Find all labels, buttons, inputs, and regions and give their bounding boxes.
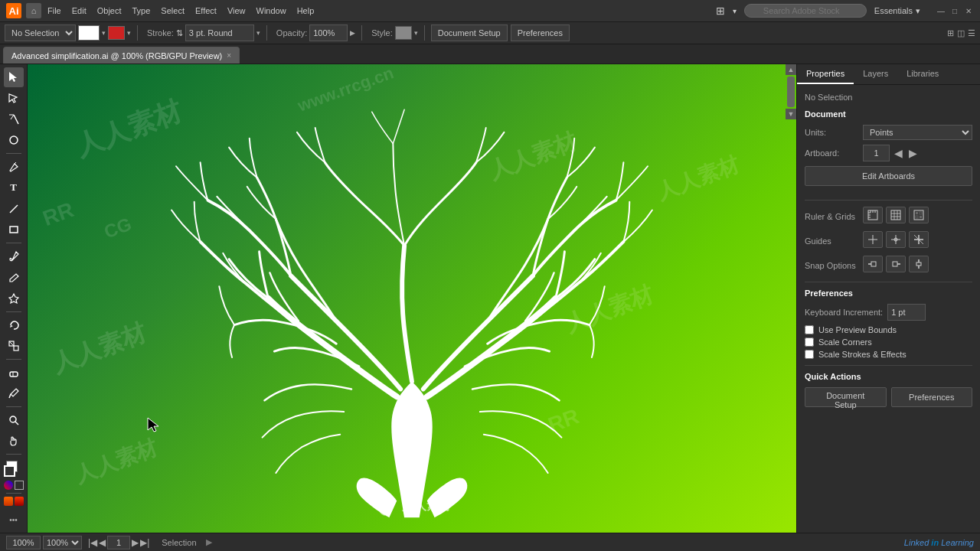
zoom-tool[interactable]	[4, 410, 24, 430]
opacity-arrow[interactable]: ▶	[350, 29, 355, 37]
next-artboard-btn[interactable]: ▶	[132, 537, 139, 548]
snap-icon-2[interactable]	[886, 256, 906, 272]
style-arrow[interactable]: ▾	[414, 29, 418, 37]
svg-line-2	[14, 115, 18, 124]
normal-mode-btn[interactable]	[4, 497, 13, 506]
zoom-input[interactable]	[6, 536, 41, 549]
none-btn[interactable]	[15, 481, 24, 490]
fill-color[interactable]	[78, 25, 100, 41]
tab-close-icon[interactable]: ×	[227, 51, 231, 60]
menu-file[interactable]: File	[47, 6, 61, 15]
titlebar: Ai ⌂ File Edit Object Type Select Effect…	[0, 0, 980, 21]
stroke-arrow[interactable]: ▾	[127, 29, 131, 37]
menu-object[interactable]: Object	[97, 6, 122, 15]
menu-edit[interactable]: Edit	[72, 6, 87, 15]
active-tab[interactable]: Advanced simplification.ai @ 100% (RGB/G…	[3, 47, 240, 64]
quick-preferences-btn[interactable]: Preferences	[891, 387, 973, 407]
menu-effect[interactable]: Effect	[195, 6, 217, 15]
eyedropper-tool[interactable]	[4, 383, 24, 403]
use-preview-bounds-checkbox[interactable]	[805, 325, 814, 334]
edit-artboards-btn[interactable]: Edit Artboards	[805, 166, 972, 186]
rect-tool[interactable]	[4, 220, 24, 240]
layers-tab[interactable]: Layers	[854, 64, 897, 84]
menu-help[interactable]: Help	[297, 6, 315, 15]
toggle-panels-icon[interactable]: ◫	[957, 28, 965, 38]
pencil-tool[interactable]	[4, 268, 24, 288]
guides-row: Guides	[805, 231, 972, 251]
direct-select-tool[interactable]	[4, 89, 24, 109]
artboard-prev-btn[interactable]: ◀	[893, 147, 904, 159]
lasso-tool[interactable]	[4, 131, 24, 151]
units-select[interactable]: Points	[863, 125, 972, 140]
more-tools-btn[interactable]: •••	[4, 510, 24, 530]
scale-tool[interactable]	[4, 336, 24, 356]
rulers-icon-btn[interactable]	[863, 207, 883, 223]
minimize-button[interactable]: —	[936, 5, 946, 16]
shaper-tool[interactable]	[4, 289, 24, 308]
bottom-logo: 人人素材	[373, 494, 451, 517]
artboard-input[interactable]	[863, 145, 890, 161]
arrange-icon[interactable]: ⊞	[947, 28, 954, 38]
artboard-next-btn[interactable]: ▶	[907, 147, 919, 159]
line-tool[interactable]	[4, 199, 24, 219]
maximize-button[interactable]: □	[949, 5, 960, 16]
opacity-input[interactable]	[309, 24, 348, 41]
properties-tab[interactable]: Properties	[797, 64, 854, 84]
first-artboard-btn[interactable]: |◀	[88, 537, 97, 548]
scroll-down[interactable]: ▼	[786, 109, 796, 119]
extension-icon[interactable]: ⊞	[716, 5, 725, 17]
stroke-color[interactable]	[108, 26, 125, 40]
snap-icon-1[interactable]	[863, 256, 883, 272]
guide-icon-2[interactable]	[886, 231, 906, 248]
magic-wand-tool[interactable]	[4, 109, 24, 129]
stroke-arrows[interactable]: ⇅	[176, 28, 183, 38]
style-swatch[interactable]	[395, 26, 412, 40]
color-btn[interactable]	[4, 481, 13, 490]
eraser-tool[interactable]	[4, 363, 24, 383]
menu-view[interactable]: View	[227, 6, 246, 15]
scroll-thumb[interactable]	[787, 77, 795, 107]
close-button[interactable]: ✕	[963, 5, 974, 16]
home-button[interactable]: ⌂	[26, 3, 41, 18]
use-preview-bounds-label[interactable]: Use Preview Bounds	[818, 325, 897, 334]
last-artboard-btn[interactable]: ▶|	[140, 537, 149, 548]
stroke-select-arrow[interactable]: ▾	[256, 29, 260, 37]
brush-tool[interactable]	[4, 246, 24, 266]
keyboard-increment-input[interactable]	[887, 304, 926, 321]
pixel-grid-icon-btn[interactable]	[909, 207, 929, 223]
extension-arrow[interactable]: ▾	[733, 7, 737, 15]
quick-document-setup-btn[interactable]: Document Setup	[805, 387, 887, 407]
menu-type[interactable]: Type	[132, 6, 151, 15]
type-tool[interactable]: T	[4, 178, 24, 198]
vertical-scrollbar[interactable]: ▲ ▼	[786, 64, 796, 119]
rotate-tool[interactable]	[4, 315, 24, 335]
scale-corners-label[interactable]: Scale Corners	[818, 337, 872, 347]
zoom-select[interactable]: 100%	[43, 536, 82, 549]
isolation-mode-btn[interactable]	[15, 497, 24, 506]
grid-icon-btn[interactable]	[886, 207, 906, 223]
guide-icon-3[interactable]	[909, 231, 929, 248]
guide-icon-1[interactable]	[863, 231, 883, 248]
libraries-tab[interactable]: Libraries	[897, 64, 948, 84]
stroke-input[interactable]	[185, 24, 254, 41]
fill-arrow[interactable]: ▾	[102, 29, 106, 37]
fill-stroke-colors[interactable]	[4, 461, 24, 478]
pen-tool[interactable]	[4, 157, 24, 177]
selection-tool[interactable]	[4, 67, 24, 87]
scroll-up[interactable]: ▲	[786, 64, 796, 75]
artboard-number-input[interactable]	[107, 536, 130, 549]
prev-artboard-btn[interactable]: ◀	[99, 537, 106, 548]
scale-corners-checkbox[interactable]	[805, 337, 814, 347]
scale-strokes-label[interactable]: Scale Strokes & Effects	[818, 350, 906, 359]
search-input[interactable]	[744, 4, 867, 18]
snap-icon-3[interactable]	[909, 256, 929, 272]
menu-select[interactable]: Select	[161, 6, 185, 15]
preferences-toolbar-btn[interactable]: Preferences	[511, 24, 570, 41]
essentials-switcher[interactable]: Essentials ▾	[874, 6, 920, 16]
hand-tool[interactable]	[4, 431, 24, 451]
selection-dropdown[interactable]: No Selection	[5, 24, 76, 41]
menu-window[interactable]: Window	[256, 6, 286, 15]
document-setup-toolbar-btn[interactable]: Document Setup	[431, 24, 508, 41]
scale-strokes-checkbox[interactable]	[805, 350, 814, 359]
more-controls-icon[interactable]: ☰	[968, 28, 975, 38]
